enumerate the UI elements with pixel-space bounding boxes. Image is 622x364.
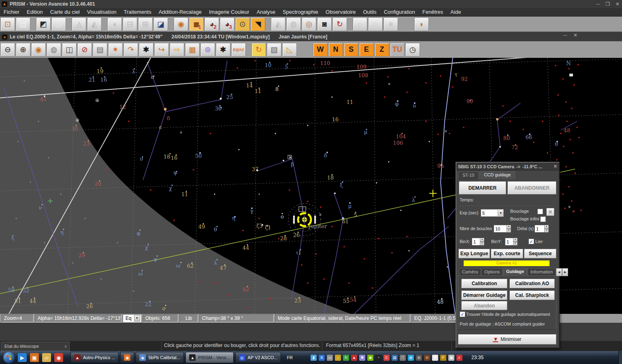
lier-checkbox[interactable]: ✓: [528, 239, 534, 244]
camera-3-button[interactable]: ◕3: [220, 17, 234, 31]
tray-monitor-icon[interactable]: □: [400, 355, 406, 361]
tab-camera[interactable]: Caméra: [459, 268, 481, 275]
tab-st10[interactable]: ST-10: [458, 171, 479, 180]
biny-spinner[interactable]: ▲▼: [513, 238, 518, 245]
tray-volume-muted-icon[interactable]: ♬: [456, 355, 462, 361]
taskbar-prism-button[interactable]: ▲PRISM - Versi...: [185, 352, 233, 363]
select-region-button[interactable]: ▧: [267, 43, 281, 57]
binoculars-button[interactable]: ◫: [62, 43, 77, 57]
ccd-frame-button[interactable]: ◉: [31, 43, 46, 57]
planets-button[interactable]: ⊚: [200, 43, 215, 57]
rotate-view-button[interactable]: ↻: [251, 43, 266, 57]
camera-panel-close-icon[interactable]: ✕: [554, 164, 557, 169]
direction-south-button[interactable]: S: [344, 43, 358, 57]
calib-button[interactable]: ◙: [317, 17, 332, 31]
ephemeris-table-button[interactable]: ▦: [185, 43, 200, 57]
calibration-ao-button[interactable]: Calibration AO: [509, 279, 555, 288]
taskbar-astro-physics-button[interactable]: ▲Astro-Physics ...: [70, 352, 119, 363]
menu-carte-du-ciel[interactable]: Carte du ciel: [47, 8, 83, 16]
time-ut-button[interactable]: TU: [390, 43, 405, 57]
menu-outils[interactable]: Outils: [359, 8, 380, 16]
maximize-button[interactable]: ❐: [605, 1, 610, 7]
tray-player-icon[interactable]: ◔: [375, 355, 381, 361]
tray-display-icon[interactable]: ▤: [392, 355, 398, 361]
menu-traitements[interactable]: Traitements: [120, 8, 155, 16]
minimize-button[interactable]: ─: [596, 1, 600, 7]
find-star-checkbox[interactable]: ✓: [460, 311, 465, 317]
celestial-sphere-button[interactable]: ◍: [47, 43, 61, 57]
tray-update-icon[interactable]: ↻: [343, 355, 349, 361]
taskbar-clock[interactable]: 23:35: [471, 355, 484, 360]
direction-west-button[interactable]: W: [313, 43, 328, 57]
nbre-spinner[interactable]: ▲▼: [507, 225, 511, 233]
bouclage-infini-checkbox[interactable]: ✓: [540, 216, 546, 222]
calibration-button[interactable]: Calibration: [461, 279, 507, 288]
tab-information[interactable]: Information: [527, 268, 556, 275]
minimiser-button[interactable]: ▼ Minimiser: [458, 334, 556, 345]
ccd-grab-button[interactable]: ◉: [174, 17, 188, 31]
taskbar-wmp-icon[interactable]: ▶: [18, 353, 27, 362]
menu-imagerie-couleur[interactable]: Imagerie Couleur: [205, 8, 253, 16]
menu-spectrographie[interactable]: Spectrographie: [279, 8, 322, 16]
frame-select[interactable]: Eq ▼: [123, 314, 141, 322]
zoom-out-button[interactable]: ⊖: [0, 43, 15, 57]
tabs-scroll-right-icon[interactable]: ▶: [562, 268, 568, 276]
reduce-view-button[interactable]: ✱: [139, 43, 153, 57]
tray-bluetooth-icon[interactable]: B: [319, 355, 325, 361]
telescope-state-close-icon[interactable]: x: [65, 342, 67, 351]
camera-2-button[interactable]: ◕2: [204, 17, 219, 31]
telescope-button[interactable]: ◥: [251, 17, 265, 31]
menu-edition[interactable]: Edition: [23, 8, 47, 16]
goto-button[interactable]: ⇨: [170, 43, 184, 57]
tray-power-icon[interactable]: P: [440, 355, 446, 361]
expand-view-button[interactable]: ✶: [108, 43, 123, 57]
tray-sync-icon[interactable]: ✱: [359, 355, 365, 361]
measure-button[interactable]: ◺: [282, 43, 297, 57]
taskbar-folder-icon[interactable]: ▱: [42, 353, 51, 362]
taskbar-5bpb-button[interactable]: ◈5bPb Calibrtat...: [136, 352, 184, 363]
setup-disc-button[interactable]: ◎: [302, 17, 316, 31]
demarrer-button[interactable]: DEMARRER: [459, 181, 506, 195]
delai-spinner[interactable]: ▲▼: [544, 225, 549, 233]
clock-button[interactable]: ◷: [405, 43, 420, 57]
align-images-button[interactable]: ◩: [36, 17, 51, 31]
menu-configuration[interactable]: Configuration: [380, 8, 419, 16]
bouclage-x-button[interactable]: ✕: [546, 208, 554, 216]
cal-sharplock-button[interactable]: Cal. Sharplock: [509, 290, 555, 300]
tab-guidage[interactable]: Guidage: [503, 268, 527, 275]
direction-north-button[interactable]: N: [328, 43, 343, 57]
dome-button[interactable]: ◗: [414, 17, 429, 31]
zenith-button[interactable]: Z: [375, 43, 389, 57]
menu-observatoire[interactable]: Observatoire: [322, 8, 359, 16]
exp-combobox[interactable]: 5 ▼: [481, 209, 504, 217]
print-button[interactable]: ▤: [93, 43, 107, 57]
flip-view-button[interactable]: ↷: [124, 43, 138, 57]
telescope-state-tab[interactable]: Etat du télescope x: [1, 342, 70, 351]
taskbar-doc-icon[interactable]: ▣: [30, 353, 39, 362]
preview-button[interactable]: ◪: [153, 17, 168, 31]
tray-audio-icon[interactable]: ♪: [335, 355, 341, 361]
menu-fichier[interactable]: Fichier: [0, 8, 23, 16]
tray-nvidia-icon[interactable]: ◉: [367, 355, 373, 361]
menu-analyse[interactable]: Analyse: [253, 8, 279, 16]
tray-wifi-icon[interactable]: ◍: [408, 355, 414, 361]
taskbar-apv2-button[interactable]: ◎AP V2 ASCO...: [235, 352, 281, 363]
menu-visualisation[interactable]: Visualisation: [83, 8, 120, 16]
start-button[interactable]: [3, 352, 15, 363]
hide-objects-button[interactable]: ⊘: [77, 43, 92, 57]
frame-select-arrow-icon[interactable]: ▼: [134, 315, 140, 322]
tray-camera-icon[interactable]: ◎: [416, 355, 422, 361]
tray-coffee-icon[interactable]: U: [424, 355, 430, 361]
tabs-scroll-left-icon[interactable]: ◀: [556, 268, 562, 276]
bouclage-checkbox[interactable]: ✓: [537, 209, 543, 214]
map-minimize-button[interactable]: ─: [563, 32, 567, 38]
eq-az-button[interactable]: EQ/AZ: [231, 43, 246, 57]
tab-options[interactable]: Options: [481, 268, 503, 275]
show-desktop-button[interactable]: [618, 351, 622, 364]
binx-spinner[interactable]: ▲▼: [480, 238, 484, 245]
undo-view-button[interactable]: ↪: [154, 43, 169, 57]
close-button[interactable]: ✕: [616, 1, 620, 7]
tab-ccd-guidage[interactable]: CCD guidage: [479, 171, 515, 179]
demarrer-guidage-button[interactable]: Démarrer Guidage: [461, 290, 507, 300]
open-image-button[interactable]: ⊡: [0, 17, 15, 31]
